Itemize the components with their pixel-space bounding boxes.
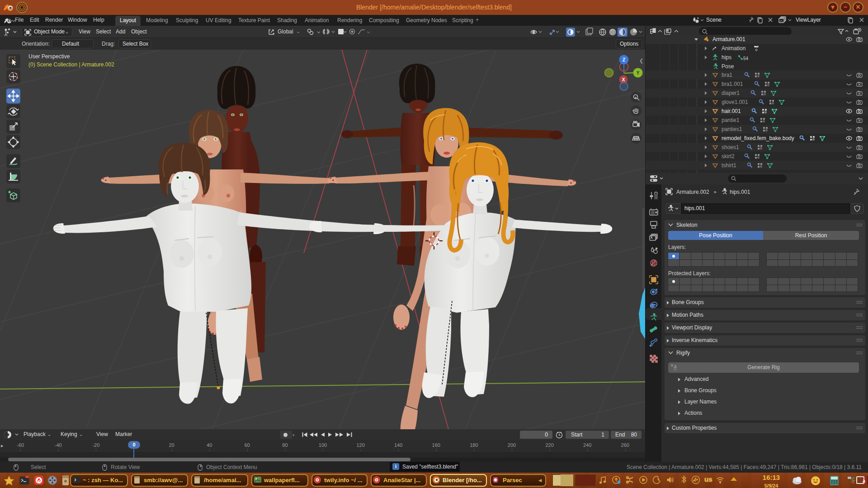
- svg-text:Y: Y: [637, 70, 640, 75]
- svg-text:us: us: [704, 475, 712, 483]
- svg-text:Z: Z: [623, 57, 625, 62]
- svg-text:X: X: [622, 77, 625, 82]
